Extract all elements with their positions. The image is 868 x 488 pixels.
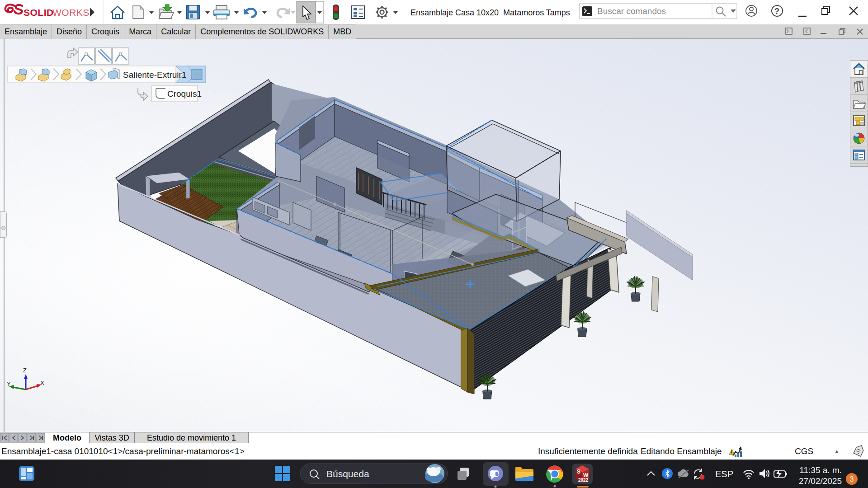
svg-text:ESP: ESP (715, 469, 733, 479)
svg-text:Ensamblaje Casa 10x20 Matamor: Ensamblaje Casa 10x20 Matamoros Tamps (410, 8, 570, 17)
svg-text:Croquis1: Croquis1 (167, 89, 202, 99)
svg-text:S: S (577, 469, 580, 475)
svg-text:SOLID: SOLID (24, 7, 54, 18)
svg-text:3: 3 (850, 475, 854, 483)
svg-text:WORKS: WORKS (52, 7, 90, 18)
svg-text:Y: Y (7, 380, 11, 387)
svg-text:27/02/2025: 27/02/2025 (799, 476, 842, 486)
svg-text:X: X (40, 380, 44, 386)
svg-text:Saliente-Extruir1: Saliente-Extruir1 (123, 70, 186, 80)
svg-text:?: ? (774, 7, 779, 16)
svg-text:Buscar comandos: Buscar comandos (597, 6, 666, 16)
svg-text:2022: 2022 (578, 478, 589, 483)
svg-text:Z: Z (23, 367, 27, 374)
svg-text:!: ! (731, 450, 732, 455)
svg-text:Búsqueda: Búsqueda (326, 469, 369, 479)
svg-text:11:35 a. m.: 11:35 a. m. (799, 465, 842, 475)
